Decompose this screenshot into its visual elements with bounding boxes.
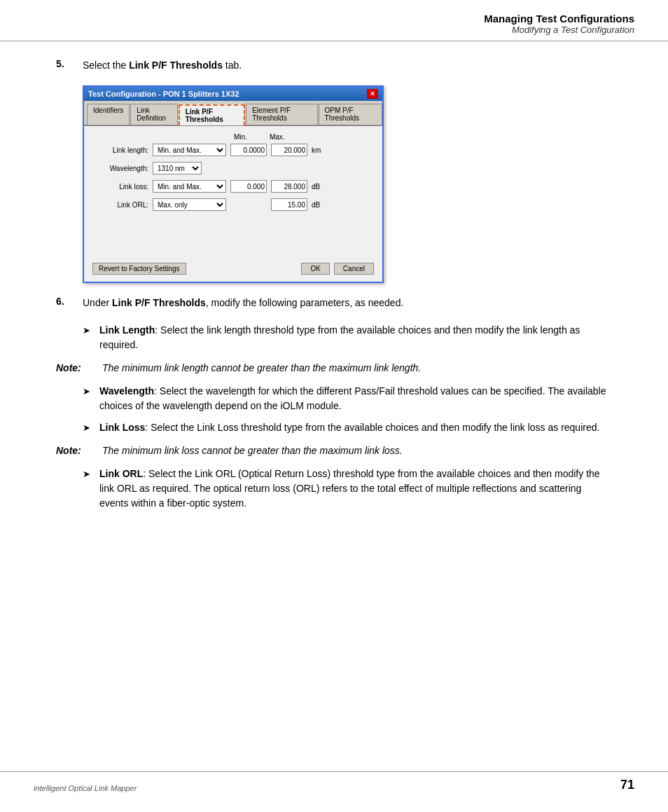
bullet-link-length: ➤ Link Length: Select the link length th… [83,323,612,352]
min-header: Min. [234,133,247,141]
link-orl-max-input[interactable] [271,198,307,211]
note-2-text: The minimum link loss cannot be greater … [102,443,403,458]
note-2: Note: The minimum link loss cannot be gr… [56,443,612,458]
section-title: Modifying a Test Configuration [34,25,634,35]
bullet-arrow-3: ➤ [83,421,94,435]
step-5-number: 5. [56,58,76,73]
chapter-title: Managing Test Configurations [34,13,634,25]
cancel-button[interactable]: Cancel [334,263,374,275]
link-loss-min-input[interactable] [230,180,267,193]
page-footer: intelligent Optical Link Mapper 71 [0,771,668,792]
bullet-link-orl-body: : Select the Link ORL (Optical Return Lo… [99,468,600,509]
footer-left: intelligent Optical Link Mapper [34,784,137,792]
link-loss-max-input[interactable] [271,180,307,193]
bullet-arrow-2: ➤ [83,385,94,413]
bullet-section-1: ➤ Link Length: Select the link length th… [83,323,612,352]
tab-link-pf-thresholds[interactable]: Link P/F Thresholds [179,104,245,125]
link-length-unit: km [312,146,321,154]
link-loss-select[interactable]: Min. and Max. [153,180,226,193]
bullet-link-length-text: Link Length: Select the link length thre… [99,323,612,352]
wavelength-select[interactable]: 1310 nm [153,162,202,174]
bullet-section-3: ➤ Link ORL: Select the Link ORL (Optical… [83,467,612,511]
link-orl-row: Link ORL: Max. only dB [92,198,374,211]
note-1-text: The minimum link length cannot be greate… [102,361,421,376]
bullet-arrow-4: ➤ [83,467,94,511]
dialog-window: Test Configuration - PON 1 Splitters 1X3… [83,85,384,283]
dialog-container: Test Configuration - PON 1 Splitters 1X3… [83,85,612,283]
step-6-text-post: , modify the following parameters, as ne… [206,297,404,308]
bullet-link-loss: ➤ Link Loss: Select the Link Loss thresh… [83,420,612,435]
step-5-text: Select the Link P/F Thresholds tab. [83,58,242,73]
content-area: 5. Select the Link P/F Thresholds tab. T… [0,58,668,511]
link-orl-unit: dB [312,201,320,209]
tab-opm-pf-thresholds[interactable]: OPM P/F Thresholds [319,104,382,125]
dialog-close-button[interactable]: ✕ [367,89,378,99]
bullet-link-loss-bold: Link Loss [99,422,145,433]
bullet-wavelength-text: Wavelength: Select the wavelength for wh… [99,384,612,413]
revert-button[interactable]: Revert to Factory Settings [92,263,186,275]
bullet-section-2: ➤ Wavelength: Select the wavelength for … [83,384,612,435]
tab-link-definition[interactable]: Link Definition [130,104,178,125]
max-header: Max. [270,133,285,141]
bullet-link-orl: ➤ Link ORL: Select the Link ORL (Optical… [83,467,612,511]
step-6-number: 6. [56,296,76,310]
note-2-label: Note: [56,443,95,458]
footer-page-number: 71 [620,778,634,792]
bullet-link-loss-text: Link Loss: Select the Link Loss threshol… [99,420,599,435]
bullet-link-length-body: : Select the link length threshold type … [99,324,580,350]
dialog-tabs: Identifiers Link Definition Link P/F Thr… [84,101,382,126]
tab-identifiers[interactable]: Identifiers [87,104,130,125]
step-6: 6. Under Link P/F Thresholds, modify the… [56,296,612,310]
step-5-bold: Link P/F Thresholds [129,60,223,71]
note-1-label: Note: [56,361,95,376]
ok-button[interactable]: OK [301,263,329,275]
link-loss-row: Link loss: Min. and Max. dB [92,180,374,193]
note-1: Note: The minimum link length cannot be … [56,361,612,376]
page-header: Managing Test Configurations Modifying a… [0,0,668,41]
link-length-label: Link length: [92,146,148,154]
link-length-max-input[interactable] [271,144,307,156]
bullet-link-length-bold: Link Length [99,324,155,336]
link-loss-label: Link loss: [92,183,148,191]
bullet-arrow-1: ➤ [83,324,94,352]
bullet-link-orl-bold: Link ORL [99,468,143,479]
bullet-link-loss-body: : Select the Link Loss threshold type fr… [145,422,599,433]
dialog-body: Min. Max. Link length: Min. and Max. km … [84,126,382,282]
bullet-link-orl-text: Link ORL: Select the Link ORL (Optical R… [99,467,612,511]
step-5-text-post: tab. [223,60,242,71]
step-6-bold: Link P/F Thresholds [112,297,206,308]
dialog-titlebar: Test Configuration - PON 1 Splitters 1X3… [84,87,382,101]
bullet-wavelength: ➤ Wavelength: Select the wavelength for … [83,384,612,413]
dialog-title: Test Configuration - PON 1 Splitters 1X3… [88,90,239,98]
link-loss-unit: dB [312,183,320,191]
step-5: 5. Select the Link P/F Thresholds tab. [56,58,612,73]
wavelength-label: Wavelength: [92,165,148,172]
bullet-wavelength-bold: Wavelength [99,385,154,397]
link-length-select[interactable]: Min. and Max. [153,144,226,156]
link-length-min-input[interactable] [230,144,267,156]
link-length-row: Link length: Min. and Max. km [92,144,374,156]
link-orl-select[interactable]: Max. only [153,198,226,211]
tab-element-pf-thresholds[interactable]: Element P/F Thresholds [246,104,317,125]
wavelength-row: Wavelength: 1310 nm [92,162,374,174]
bullet-wavelength-body: : Select the wavelength for which the di… [99,385,606,411]
link-orl-label: Link ORL: [92,201,148,209]
step-6-text: Under Link P/F Thresholds, modify the fo… [83,296,403,310]
